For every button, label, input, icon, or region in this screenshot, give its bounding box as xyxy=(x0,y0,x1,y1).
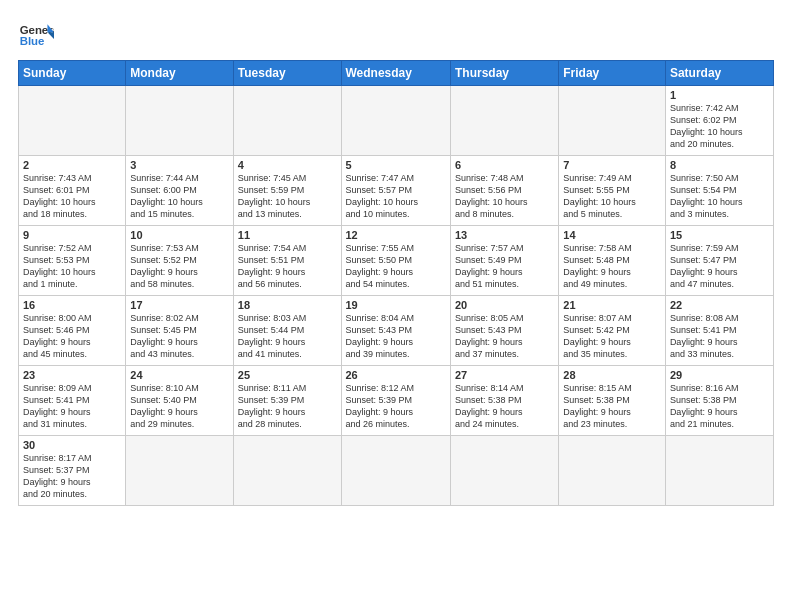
calendar-day-cell: 2Sunrise: 7:43 AM Sunset: 6:01 PM Daylig… xyxy=(19,156,126,226)
day-info: Sunrise: 8:05 AM Sunset: 5:43 PM Dayligh… xyxy=(455,312,554,361)
calendar-day-cell: 25Sunrise: 8:11 AM Sunset: 5:39 PM Dayli… xyxy=(233,366,341,436)
day-info: Sunrise: 8:02 AM Sunset: 5:45 PM Dayligh… xyxy=(130,312,228,361)
calendar-day-cell: 7Sunrise: 7:49 AM Sunset: 5:55 PM Daylig… xyxy=(559,156,666,226)
day-number: 13 xyxy=(455,229,554,241)
day-info: Sunrise: 8:07 AM Sunset: 5:42 PM Dayligh… xyxy=(563,312,661,361)
calendar-day-cell xyxy=(450,86,558,156)
day-info: Sunrise: 8:16 AM Sunset: 5:38 PM Dayligh… xyxy=(670,382,769,431)
logo: General Blue xyxy=(18,16,26,52)
calendar-day-cell: 17Sunrise: 8:02 AM Sunset: 5:45 PM Dayli… xyxy=(126,296,233,366)
day-info: Sunrise: 7:58 AM Sunset: 5:48 PM Dayligh… xyxy=(563,242,661,291)
calendar-day-cell: 30Sunrise: 8:17 AM Sunset: 5:37 PM Dayli… xyxy=(19,436,126,506)
calendar-week-row: 16Sunrise: 8:00 AM Sunset: 5:46 PM Dayli… xyxy=(19,296,774,366)
day-info: Sunrise: 7:48 AM Sunset: 5:56 PM Dayligh… xyxy=(455,172,554,221)
day-info: Sunrise: 8:04 AM Sunset: 5:43 PM Dayligh… xyxy=(346,312,446,361)
calendar-week-row: 1Sunrise: 7:42 AM Sunset: 6:02 PM Daylig… xyxy=(19,86,774,156)
calendar-day-cell: 26Sunrise: 8:12 AM Sunset: 5:39 PM Dayli… xyxy=(341,366,450,436)
calendar-day-cell xyxy=(341,86,450,156)
day-number: 5 xyxy=(346,159,446,171)
calendar-day-cell xyxy=(559,436,666,506)
day-number: 19 xyxy=(346,299,446,311)
day-number: 11 xyxy=(238,229,337,241)
calendar-day-cell: 4Sunrise: 7:45 AM Sunset: 5:59 PM Daylig… xyxy=(233,156,341,226)
day-info: Sunrise: 7:44 AM Sunset: 6:00 PM Dayligh… xyxy=(130,172,228,221)
calendar-day-cell: 22Sunrise: 8:08 AM Sunset: 5:41 PM Dayli… xyxy=(665,296,773,366)
header: General Blue xyxy=(18,16,774,52)
weekday-header-wednesday: Wednesday xyxy=(341,61,450,86)
calendar-week-row: 9Sunrise: 7:52 AM Sunset: 5:53 PM Daylig… xyxy=(19,226,774,296)
day-number: 23 xyxy=(23,369,121,381)
day-number: 6 xyxy=(455,159,554,171)
day-number: 7 xyxy=(563,159,661,171)
day-info: Sunrise: 8:00 AM Sunset: 5:46 PM Dayligh… xyxy=(23,312,121,361)
day-number: 10 xyxy=(130,229,228,241)
day-number: 16 xyxy=(23,299,121,311)
calendar-day-cell xyxy=(233,436,341,506)
calendar-day-cell: 19Sunrise: 8:04 AM Sunset: 5:43 PM Dayli… xyxy=(341,296,450,366)
day-info: Sunrise: 8:03 AM Sunset: 5:44 PM Dayligh… xyxy=(238,312,337,361)
day-info: Sunrise: 7:42 AM Sunset: 6:02 PM Dayligh… xyxy=(670,102,769,151)
calendar-day-cell: 21Sunrise: 8:07 AM Sunset: 5:42 PM Dayli… xyxy=(559,296,666,366)
day-number: 18 xyxy=(238,299,337,311)
calendar-day-cell: 3Sunrise: 7:44 AM Sunset: 6:00 PM Daylig… xyxy=(126,156,233,226)
day-info: Sunrise: 7:57 AM Sunset: 5:49 PM Dayligh… xyxy=(455,242,554,291)
day-number: 17 xyxy=(130,299,228,311)
day-info: Sunrise: 8:08 AM Sunset: 5:41 PM Dayligh… xyxy=(670,312,769,361)
day-number: 2 xyxy=(23,159,121,171)
day-info: Sunrise: 8:14 AM Sunset: 5:38 PM Dayligh… xyxy=(455,382,554,431)
calendar-day-cell: 15Sunrise: 7:59 AM Sunset: 5:47 PM Dayli… xyxy=(665,226,773,296)
calendar-header-row: SundayMondayTuesdayWednesdayThursdayFrid… xyxy=(19,61,774,86)
day-info: Sunrise: 7:50 AM Sunset: 5:54 PM Dayligh… xyxy=(670,172,769,221)
calendar-day-cell: 13Sunrise: 7:57 AM Sunset: 5:49 PM Dayli… xyxy=(450,226,558,296)
day-number: 4 xyxy=(238,159,337,171)
calendar-day-cell: 1Sunrise: 7:42 AM Sunset: 6:02 PM Daylig… xyxy=(665,86,773,156)
calendar-day-cell xyxy=(126,436,233,506)
calendar-day-cell: 10Sunrise: 7:53 AM Sunset: 5:52 PM Dayli… xyxy=(126,226,233,296)
day-info: Sunrise: 7:59 AM Sunset: 5:47 PM Dayligh… xyxy=(670,242,769,291)
day-number: 21 xyxy=(563,299,661,311)
calendar-day-cell: 5Sunrise: 7:47 AM Sunset: 5:57 PM Daylig… xyxy=(341,156,450,226)
day-info: Sunrise: 7:52 AM Sunset: 5:53 PM Dayligh… xyxy=(23,242,121,291)
day-info: Sunrise: 8:10 AM Sunset: 5:40 PM Dayligh… xyxy=(130,382,228,431)
calendar-day-cell: 28Sunrise: 8:15 AM Sunset: 5:38 PM Dayli… xyxy=(559,366,666,436)
day-number: 1 xyxy=(670,89,769,101)
weekday-header-sunday: Sunday xyxy=(19,61,126,86)
day-info: Sunrise: 7:43 AM Sunset: 6:01 PM Dayligh… xyxy=(23,172,121,221)
day-number: 3 xyxy=(130,159,228,171)
calendar-day-cell xyxy=(341,436,450,506)
day-info: Sunrise: 7:49 AM Sunset: 5:55 PM Dayligh… xyxy=(563,172,661,221)
calendar-week-row: 23Sunrise: 8:09 AM Sunset: 5:41 PM Dayli… xyxy=(19,366,774,436)
calendar-day-cell xyxy=(233,86,341,156)
day-number: 14 xyxy=(563,229,661,241)
weekday-header-tuesday: Tuesday xyxy=(233,61,341,86)
day-number: 27 xyxy=(455,369,554,381)
day-info: Sunrise: 7:54 AM Sunset: 5:51 PM Dayligh… xyxy=(238,242,337,291)
weekday-header-monday: Monday xyxy=(126,61,233,86)
day-number: 24 xyxy=(130,369,228,381)
day-info: Sunrise: 7:55 AM Sunset: 5:50 PM Dayligh… xyxy=(346,242,446,291)
day-number: 15 xyxy=(670,229,769,241)
day-info: Sunrise: 8:15 AM Sunset: 5:38 PM Dayligh… xyxy=(563,382,661,431)
day-number: 26 xyxy=(346,369,446,381)
calendar-day-cell: 29Sunrise: 8:16 AM Sunset: 5:38 PM Dayli… xyxy=(665,366,773,436)
calendar-day-cell: 12Sunrise: 7:55 AM Sunset: 5:50 PM Dayli… xyxy=(341,226,450,296)
weekday-header-saturday: Saturday xyxy=(665,61,773,86)
calendar-week-row: 30Sunrise: 8:17 AM Sunset: 5:37 PM Dayli… xyxy=(19,436,774,506)
calendar-day-cell: 23Sunrise: 8:09 AM Sunset: 5:41 PM Dayli… xyxy=(19,366,126,436)
calendar-day-cell: 24Sunrise: 8:10 AM Sunset: 5:40 PM Dayli… xyxy=(126,366,233,436)
day-number: 29 xyxy=(670,369,769,381)
weekday-header-thursday: Thursday xyxy=(450,61,558,86)
calendar-day-cell xyxy=(450,436,558,506)
calendar-day-cell: 27Sunrise: 8:14 AM Sunset: 5:38 PM Dayli… xyxy=(450,366,558,436)
calendar-day-cell: 9Sunrise: 7:52 AM Sunset: 5:53 PM Daylig… xyxy=(19,226,126,296)
weekday-header-friday: Friday xyxy=(559,61,666,86)
calendar-day-cell: 6Sunrise: 7:48 AM Sunset: 5:56 PM Daylig… xyxy=(450,156,558,226)
day-number: 12 xyxy=(346,229,446,241)
calendar-day-cell: 14Sunrise: 7:58 AM Sunset: 5:48 PM Dayli… xyxy=(559,226,666,296)
calendar-day-cell: 8Sunrise: 7:50 AM Sunset: 5:54 PM Daylig… xyxy=(665,156,773,226)
calendar-day-cell xyxy=(665,436,773,506)
page: General Blue SundayMondayTuesdayWednesda… xyxy=(0,0,792,612)
logo-icon: General Blue xyxy=(18,16,54,52)
calendar-week-row: 2Sunrise: 7:43 AM Sunset: 6:01 PM Daylig… xyxy=(19,156,774,226)
day-number: 20 xyxy=(455,299,554,311)
